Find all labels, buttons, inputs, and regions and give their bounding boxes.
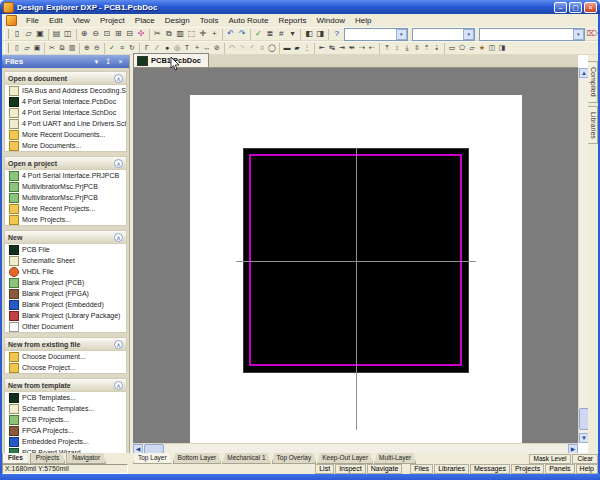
toolbar-drag-handle[interactable] bbox=[4, 29, 9, 39]
status-button-panels[interactable]: Panels bbox=[545, 464, 574, 474]
chevron-down-icon[interactable]: ▾ bbox=[573, 29, 584, 40]
zoom-document-button[interactable]: ⊞ bbox=[113, 28, 124, 40]
file-item[interactable]: More Documents... bbox=[5, 140, 126, 151]
align-right-button[interactable]: ⇥ bbox=[337, 42, 347, 54]
menu-view[interactable]: View bbox=[68, 15, 95, 26]
copy-button[interactable]: ⧉ bbox=[163, 28, 174, 40]
files-panel-header[interactable]: Files ▾ ↧ × bbox=[2, 55, 129, 68]
file-item[interactable]: Choose Document... bbox=[5, 351, 126, 362]
room-split-button[interactable]: ◫ bbox=[487, 42, 497, 54]
variant-combo[interactable]: ▾ bbox=[344, 28, 407, 41]
clear-button[interactable]: Clear bbox=[572, 454, 598, 464]
footprint-down-button[interactable]: ◨ bbox=[315, 28, 326, 40]
file-item[interactable]: Schematic Sheet bbox=[5, 255, 126, 266]
new-document-button[interactable]: ▯ bbox=[12, 28, 23, 40]
file-item[interactable]: Blank Project (Library Package) bbox=[5, 310, 126, 321]
file-item[interactable]: Blank Project (FPGA) bbox=[5, 288, 126, 299]
redo-button[interactable]: ↷ bbox=[236, 28, 247, 40]
file-item[interactable]: Schematic Templates... bbox=[5, 403, 126, 414]
layer-tab-bottom-layer[interactable]: Bottom Layer bbox=[173, 453, 222, 464]
place-array-button[interactable]: ⋮ bbox=[302, 42, 312, 54]
distribute-v-button[interactable]: ⇳ bbox=[412, 42, 422, 54]
menu-design[interactable]: Design bbox=[160, 15, 195, 26]
save-document-button[interactable]: ▣ bbox=[34, 28, 45, 40]
add-to-project-button[interactable]: ⊕ bbox=[82, 42, 92, 54]
section-header[interactable]: New∧ bbox=[5, 231, 126, 244]
room-polygon-button[interactable]: ⬠ bbox=[457, 42, 467, 54]
browse-components-button[interactable]: ≣ bbox=[264, 28, 275, 40]
section-header[interactable]: New from existing file∧ bbox=[5, 338, 126, 351]
room-rectangle-button[interactable]: ▭ bbox=[447, 42, 457, 54]
maximize-button[interactable]: ▢ bbox=[569, 2, 582, 13]
distribute-h-button[interactable]: ⇹ bbox=[347, 42, 357, 54]
place-arc-center-button[interactable]: ◝ bbox=[237, 42, 247, 54]
menu-edit[interactable]: Edit bbox=[44, 15, 68, 26]
collapse-chevron-icon[interactable]: ∧ bbox=[114, 159, 123, 168]
layer-tab-keep-out-layer[interactable]: Keep-Out Layer bbox=[317, 453, 373, 464]
panel-tab-files[interactable]: Files bbox=[2, 453, 29, 464]
place-arc-edge-button[interactable]: ◠ bbox=[227, 42, 237, 54]
menu-tools[interactable]: Tools bbox=[195, 15, 224, 26]
layer-tab-top-overlay[interactable]: Top Overlay bbox=[272, 453, 317, 464]
dxp-menu-icon[interactable] bbox=[6, 15, 17, 26]
horizontal-scrollbar[interactable]: ◀ ▶ bbox=[133, 443, 578, 453]
place-keepout-button[interactable]: ⊘ bbox=[212, 42, 222, 54]
snap-grid-button[interactable]: # bbox=[276, 28, 287, 40]
place-ellipse-button[interactable]: ◯ bbox=[267, 42, 277, 54]
file-item[interactable]: More Recent Projects... bbox=[5, 203, 126, 214]
snap-grid-dropdown-button[interactable]: ▾ bbox=[287, 28, 298, 40]
collapse-chevron-icon[interactable]: ∧ bbox=[114, 340, 123, 349]
menu-reports[interactable]: Reports bbox=[273, 15, 311, 26]
panel-close-icon[interactable]: × bbox=[115, 56, 126, 67]
zoom-area-button[interactable]: ⊡ bbox=[101, 28, 112, 40]
print-button[interactable]: ▤ bbox=[51, 28, 62, 40]
panel-tab-projects[interactable]: Projects bbox=[30, 453, 65, 464]
undo-button[interactable]: ↶ bbox=[225, 28, 236, 40]
remove-from-project-button[interactable]: ⊖ bbox=[92, 42, 102, 54]
collapse-chevron-icon[interactable]: ∧ bbox=[114, 74, 123, 83]
filter-clear-button[interactable]: ⌦ bbox=[587, 28, 598, 40]
chevron-down-icon[interactable]: ▾ bbox=[396, 29, 407, 40]
status-button-inspect[interactable]: Inspect bbox=[335, 464, 366, 474]
status-button-help[interactable]: Help bbox=[576, 464, 598, 474]
room-wizard-button[interactable]: ★ bbox=[477, 42, 487, 54]
cross-probe-button[interactable]: + bbox=[209, 28, 220, 40]
net-combo[interactable]: ▾ bbox=[412, 28, 475, 41]
mask-combo[interactable]: ▾ bbox=[479, 28, 584, 41]
decrease-v-spacing-button[interactable]: ⇣ bbox=[432, 42, 442, 54]
file-item[interactable]: Blank Project (Embedded) bbox=[5, 299, 126, 310]
file-item[interactable]: 4 Port UART and Line Drivers.SchDoc bbox=[5, 118, 126, 129]
file-item[interactable]: 4 Port Serial Interface.PRJPCB bbox=[5, 170, 126, 181]
vertical-scrollbar[interactable]: ▲ ▼ bbox=[578, 68, 588, 443]
file-item[interactable]: Choose Project... bbox=[5, 362, 126, 373]
place-arc-angles-button[interactable]: ◜ bbox=[247, 42, 257, 54]
section-header[interactable]: Open a project∧ bbox=[5, 157, 126, 170]
place-fill-button[interactable]: ▬ bbox=[282, 42, 292, 54]
increase-h-spacing-button[interactable]: ⇢ bbox=[357, 42, 367, 54]
align-left-button[interactable]: ⇤ bbox=[317, 42, 327, 54]
status-button-files[interactable]: Files bbox=[410, 464, 433, 474]
copy-object-button[interactable]: ⧉ bbox=[57, 42, 67, 54]
menu-file[interactable]: File bbox=[21, 15, 44, 26]
move-selection-button[interactable]: ✛ bbox=[197, 28, 208, 40]
menu-help[interactable]: Help bbox=[350, 15, 376, 26]
file-item[interactable]: Embedded Projects... bbox=[5, 436, 126, 447]
collapse-chevron-icon[interactable]: ∧ bbox=[114, 233, 123, 242]
paste-object-button[interactable]: ▥ bbox=[67, 42, 77, 54]
file-item[interactable]: More Recent Documents... bbox=[5, 129, 126, 140]
panel-pin-icon[interactable]: ↧ bbox=[103, 56, 114, 67]
collapse-chevron-icon[interactable]: ∧ bbox=[114, 381, 123, 390]
section-header[interactable]: New from template∧ bbox=[5, 379, 126, 392]
room-merge-button[interactable]: ◨ bbox=[497, 42, 507, 54]
mask-level-button[interactable]: Mask Level bbox=[529, 454, 572, 464]
compile-project-button[interactable]: ✓ bbox=[107, 42, 117, 54]
paste-button[interactable]: ▥ bbox=[175, 28, 186, 40]
zoom-out-button[interactable]: ⊖ bbox=[90, 28, 101, 40]
toolbar-drag-handle[interactable] bbox=[4, 43, 9, 53]
align-bottom-button[interactable]: ⤓ bbox=[402, 42, 412, 54]
design-check-button[interactable]: ✓ bbox=[253, 28, 264, 40]
increase-v-spacing-button[interactable]: ⇡ bbox=[422, 42, 432, 54]
status-button-messages[interactable]: Messages bbox=[470, 464, 510, 474]
help-button[interactable]: ? bbox=[331, 28, 342, 40]
layer-tab-multi-layer[interactable]: Multi-Layer bbox=[374, 453, 416, 464]
